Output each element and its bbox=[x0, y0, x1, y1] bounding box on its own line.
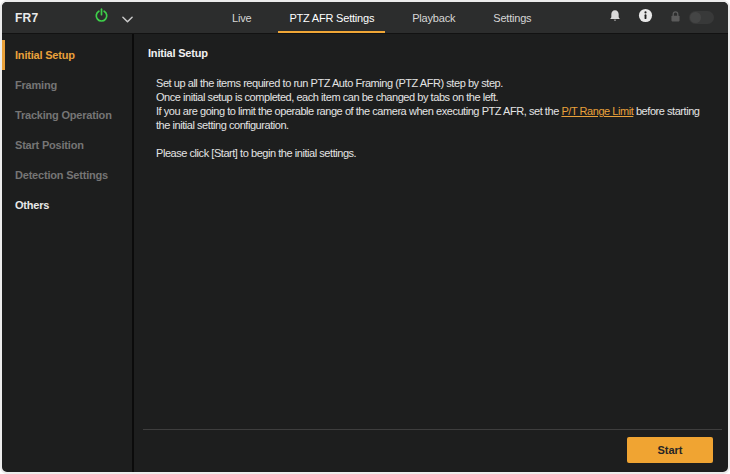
toggle-knob bbox=[690, 12, 701, 23]
intro-line: Set up all the items required to run PTZ… bbox=[156, 76, 720, 90]
device-section: FR7 bbox=[2, 2, 165, 33]
lock-icon bbox=[669, 9, 682, 27]
range-sentence-wrap: the initial setting configuration. bbox=[156, 118, 720, 132]
power-icon bbox=[94, 8, 109, 27]
page-title: Initial Setup bbox=[148, 47, 720, 59]
top-bar: FR7 Live PTZ AFR Settings bbox=[2, 2, 728, 34]
tab-playback[interactable]: Playback bbox=[401, 2, 466, 33]
sidebar-item-initial-setup[interactable]: Initial Setup bbox=[2, 40, 132, 70]
bottom-bar: Start bbox=[143, 429, 722, 463]
sidebar-item-detection-settings: Detection Settings bbox=[2, 160, 132, 190]
start-instruction: Please click [Start] to begin the initia… bbox=[156, 146, 720, 160]
sidebar-item-tracking-operation: Tracking Operation bbox=[2, 100, 132, 130]
main-nav-tabs: Live PTZ AFR Settings Playback Settings bbox=[221, 2, 558, 33]
bottom-divider bbox=[143, 429, 722, 430]
sidebar-item-others[interactable]: Others bbox=[2, 190, 132, 220]
tab-live[interactable]: Live bbox=[221, 2, 262, 33]
info-icon bbox=[638, 8, 653, 27]
intro-paragraph: Set up all the items required to run PTZ… bbox=[156, 76, 720, 132]
info-button[interactable] bbox=[638, 8, 653, 27]
range-limit-sentence: If you are going to limit the operable r… bbox=[156, 104, 720, 118]
bell-icon bbox=[608, 9, 622, 27]
lock-control-group bbox=[669, 9, 714, 27]
body: Initial Setup Framing Tracking Operation… bbox=[2, 34, 728, 472]
tab-ptz-afr-settings[interactable]: PTZ AFR Settings bbox=[278, 2, 385, 33]
app-window: FR7 Live PTZ AFR Settings bbox=[0, 0, 730, 474]
sidebar-item-start-position: Start Position bbox=[2, 130, 132, 160]
device-menu-button[interactable] bbox=[122, 9, 133, 27]
notification-button[interactable] bbox=[608, 9, 622, 27]
pt-range-limit-link[interactable]: P/T Range Limit bbox=[561, 105, 633, 117]
intro-line: Once initial setup is completed, each it… bbox=[156, 90, 720, 104]
device-name: FR7 bbox=[15, 11, 38, 25]
chevron-down-icon bbox=[122, 9, 133, 27]
lock-toggle[interactable] bbox=[689, 11, 714, 24]
start-button[interactable]: Start bbox=[627, 437, 713, 463]
power-button[interactable] bbox=[94, 8, 109, 27]
range-sentence-before: If you are going to limit the operable r… bbox=[156, 105, 561, 117]
sidebar: Initial Setup Framing Tracking Operation… bbox=[2, 34, 134, 472]
main-panel: Initial Setup Set up all the items requi… bbox=[134, 34, 728, 472]
tab-settings[interactable]: Settings bbox=[482, 2, 542, 33]
range-sentence-after: before starting bbox=[633, 105, 699, 117]
status-icons bbox=[608, 2, 728, 33]
sidebar-item-framing: Framing bbox=[2, 70, 132, 100]
